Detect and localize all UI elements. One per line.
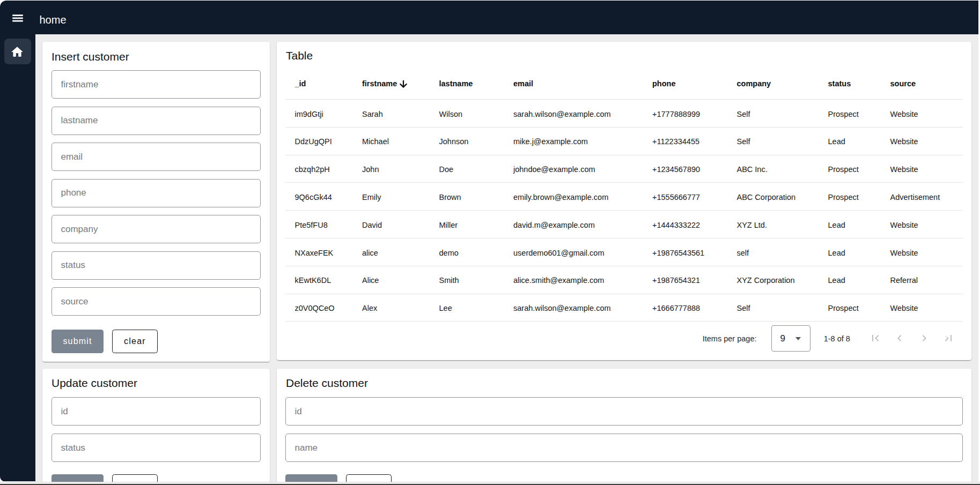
sidenav [0, 34, 35, 481]
insert-company-field[interactable] [51, 215, 261, 243]
first-page-icon [869, 332, 882, 345]
menu-button[interactable] [7, 6, 28, 28]
table-cell: +1555666777 [652, 193, 700, 202]
column-header-email[interactable]: email [513, 79, 533, 88]
table-cell: emily.brown@example.com [513, 193, 608, 202]
insert-submit-button[interactable]: submit [51, 330, 104, 354]
table-cell: Wilson [439, 110, 463, 119]
table-cell: mike.j@example.com [513, 137, 588, 146]
column-header-phone[interactable]: phone [652, 79, 676, 88]
insert-phone-field[interactable] [51, 179, 261, 207]
table-cell: David [362, 221, 382, 230]
table-cell: Website [890, 165, 918, 174]
update-status-field[interactable] [51, 434, 261, 462]
column-header-id[interactable]: _id [295, 79, 306, 88]
row-divider [285, 321, 963, 322]
table-row: NXaxeFEKalicedemouserdemo601@gmail.com+1… [285, 238, 963, 266]
first-page-button[interactable] [865, 327, 886, 349]
last-page-icon [942, 332, 955, 345]
previous-page-button[interactable] [889, 327, 910, 349]
table-cell: +19876543561 [652, 249, 704, 258]
table-row: im9dGtjiSarahWilsonsarah.wilson@example.… [285, 99, 963, 127]
insert-card-title: Insert customer [51, 50, 129, 63]
page-size-value: 9 [780, 333, 785, 344]
table-cell: Prospect [828, 193, 859, 202]
insert-clear-button[interactable]: clear [112, 330, 157, 354]
items-per-page-label: Items per page: [703, 334, 757, 344]
table-cell: Prospect [828, 110, 859, 119]
column-header-status[interactable]: status [828, 79, 851, 88]
table-cell: kEwtK6DL [295, 276, 331, 285]
chevron-left-icon [893, 332, 906, 345]
table-cell: Lead [828, 137, 845, 146]
table-row: Pte5fFU8DavidMillerdavid.m@example.com+1… [285, 210, 963, 238]
horizontal-scrollbar-track[interactable] [0, 482, 980, 485]
sidebar-item-home[interactable] [4, 39, 31, 64]
delete-clear-button[interactable]: clear [346, 474, 391, 482]
table-cell: John [362, 165, 379, 174]
column-header-lastname[interactable]: lastname [439, 79, 473, 88]
insert-status-field[interactable] [51, 251, 261, 280]
table-cell: +1777888999 [652, 110, 700, 119]
table-cell: XYZ Corporation [737, 276, 795, 285]
page-size-select[interactable]: 9 [771, 325, 810, 352]
app-window: home Insert customer Table Update custom… [0, 0, 978, 482]
delete-id-field[interactable] [285, 397, 963, 426]
insert-email-field[interactable] [51, 143, 261, 171]
table-cell: Doe [439, 165, 454, 174]
update-id-field[interactable] [51, 397, 261, 426]
table-cell: 9Q6cGk44 [295, 193, 332, 202]
page: home Insert customer Table Update custom… [0, 0, 980, 485]
select-dropdown-arrow-icon [795, 337, 801, 340]
column-header-source[interactable]: source [890, 79, 916, 88]
table-cell: Alex [362, 304, 377, 313]
table-cell: z0V0QCeO [295, 304, 335, 313]
delete-name-field[interactable] [285, 434, 963, 462]
table-row: z0V0QCeOAlexLeesarah.wilson@example.com+… [285, 294, 963, 322]
table-cell: +1234567890 [652, 165, 700, 174]
chevron-right-icon [918, 332, 931, 345]
insert-source-field[interactable] [51, 287, 261, 316]
table-cell: Johnson [439, 137, 469, 146]
table-cell: cbzqh2pH [295, 165, 330, 174]
table-cell: Miller [439, 221, 458, 230]
insert-lastname-field[interactable] [51, 107, 261, 135]
table-cell: Alice [362, 276, 379, 285]
table-row: kEwtK6DLAliceSmithalice.smith@example.co… [285, 266, 963, 294]
table-cell: Lead [828, 249, 845, 258]
column-header-firstname[interactable]: firstname [362, 79, 397, 88]
delete-submit-button[interactable]: submit [285, 474, 337, 482]
update-submit-button[interactable]: submit [51, 474, 104, 482]
table-cell: +1666777888 [652, 304, 700, 313]
table-cell: Advertisement [890, 193, 940, 202]
table-cell: demo [439, 249, 459, 258]
table-cell: Self [737, 137, 750, 146]
table-cell: Lead [828, 221, 845, 230]
last-page-button[interactable] [938, 327, 959, 349]
table-cell: Michael [362, 137, 389, 146]
table-cell: +1444333222 [652, 221, 700, 230]
table-cell: ABC Inc. [737, 165, 768, 174]
table-cell: Brown [439, 193, 461, 202]
table-cell: DdzUgQPI [295, 137, 332, 146]
insert-firstname-field[interactable] [51, 70, 261, 99]
table-cell: Website [890, 137, 918, 146]
toolbar: home [0, 1, 978, 34]
table-cell: im9dGtji [295, 110, 323, 119]
update-clear-button[interactable]: clear [112, 474, 157, 482]
table-card-title: Table [286, 49, 313, 62]
table-cell: Sarah [362, 110, 383, 119]
next-page-button[interactable] [913, 327, 935, 349]
table-cell: Lead [828, 276, 845, 285]
table-cell: ABC Corporation [737, 193, 796, 202]
table-cell: sarah.wilson@example.com [513, 304, 611, 313]
update-card-title: Update customer [51, 376, 137, 390]
table-cell: alice [362, 249, 378, 258]
table-cell: NXaxeFEK [295, 249, 334, 258]
menu-icon [12, 14, 23, 23]
table-cell: Smith [439, 276, 459, 285]
table-cell: johndoe@example.com [513, 165, 595, 174]
table-cell: Website [890, 304, 918, 313]
sort-desc-arrow-icon [400, 80, 407, 88]
column-header-company[interactable]: company [737, 79, 771, 88]
